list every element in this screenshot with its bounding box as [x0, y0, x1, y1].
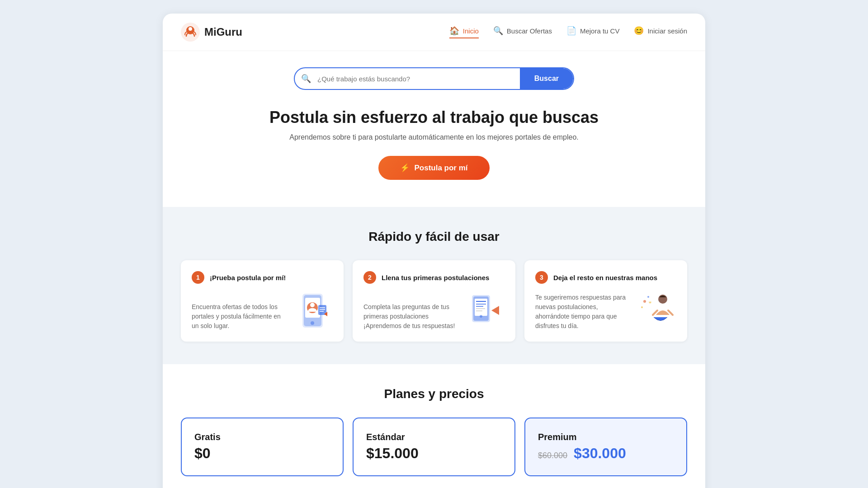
feature-desc-2: Completa las preguntas de tus primeras p…: [363, 302, 457, 331]
feature-title-2: Llena tus primeras postulaciones: [382, 274, 489, 282]
feature-desc-1: Encuentra ofertas de todos los portales …: [192, 302, 285, 331]
feature-card-2: 2 Llena tus primeras postulaciones Compl…: [353, 260, 515, 342]
plan-price-estandar: $15.000: [366, 445, 502, 462]
lightning-icon: ⚡: [400, 163, 410, 173]
logo-text: MiGuru: [204, 26, 242, 38]
pricing-card-estandar: Estándar $15.000: [353, 418, 515, 476]
feature-desc-3: Te sugeriremos respuestas para nuevas po…: [535, 293, 628, 331]
plan-price-new-premium: $30.000: [574, 445, 626, 462]
hero-section: Postula sin esfuerzo al trabajo que busc…: [163, 90, 705, 189]
svg-point-2: [189, 27, 192, 31]
feature-header-2: 2 Llena tus primeras postulaciones: [363, 271, 505, 284]
logo[interactable]: MiGuru: [181, 23, 242, 42]
main-nav: 🏠 Inicio 🔍 Buscar Ofertas 📄 Mejora tu CV…: [449, 26, 687, 38]
feature-img-1: [292, 290, 333, 331]
nav-label-login: Iniciar sesión: [647, 27, 687, 35]
plan-name-premium: Premium: [538, 432, 674, 442]
svg-point-27: [643, 300, 646, 303]
feature-img-3: [636, 290, 676, 331]
pricing-grid: Gratis $0 Estándar $15.000 Premium $60.0…: [181, 418, 687, 476]
plan-name-gratis: Gratis: [194, 432, 330, 442]
search-icon: 🔍: [295, 74, 317, 84]
plan-price-old-premium: $60.000: [538, 451, 567, 460]
svg-point-28: [647, 296, 649, 298]
feature-header-3: 3 Deja el resto en nuestras manos: [535, 271, 676, 284]
nav-item-cv[interactable]: 📄 Mejora tu CV: [566, 26, 620, 38]
search-section: 🔍 Buscar: [163, 51, 705, 90]
pricing-title: Planes y precios: [181, 387, 687, 401]
feature-header-1: 1 ¡Prueba postula por mí!: [192, 271, 333, 284]
feature-img-2: [464, 290, 505, 331]
home-icon: 🏠: [449, 26, 459, 36]
nav-label-inicio: Inicio: [463, 27, 479, 35]
nav-item-inicio[interactable]: 🏠 Inicio: [449, 26, 479, 38]
step-badge-3: 3: [535, 271, 548, 284]
feature-card-3: 3 Deja el resto en nuestras manos Te sug…: [524, 260, 687, 342]
cv-icon: 📄: [566, 26, 576, 36]
nav-item-login[interactable]: 😊 Iniciar sesión: [634, 26, 687, 38]
cta-label: Postula por mí: [414, 164, 467, 173]
search-button[interactable]: Buscar: [520, 68, 573, 89]
svg-marker-23: [491, 306, 499, 315]
plan-name-estandar: Estándar: [366, 432, 502, 442]
feature-body-3: Te sugeriremos respuestas para nuevas po…: [535, 290, 676, 331]
pricing-section: Planes y precios Gratis $0 Estándar $15.…: [163, 364, 705, 481]
nav-label-cv: Mejora tu CV: [580, 27, 620, 35]
step-badge-2: 2: [363, 271, 376, 284]
hero-subtitle: Aprendemos sobre ti para postularte auto…: [181, 133, 687, 141]
search-bar: 🔍 Buscar: [294, 67, 574, 90]
feature-body-1: Encuentra ofertas de todos los portales …: [192, 290, 333, 331]
search-offers-icon: 🔍: [493, 26, 503, 36]
main-card: MiGuru 🏠 Inicio 🔍 Buscar Ofertas 📄 Mejor…: [163, 14, 705, 488]
features-grid: 1 ¡Prueba postula por mí! Encuentra ofer…: [181, 260, 687, 342]
pricing-card-gratis: Gratis $0: [181, 418, 344, 476]
svg-point-29: [641, 306, 643, 308]
feature-title-3: Deja el resto en nuestras manos: [553, 274, 657, 282]
feature-body-2: Completa las preguntas de tus primeras p…: [363, 290, 505, 331]
feature-title-1: ¡Prueba postula por mí!: [210, 274, 286, 282]
step-badge-1: 1: [192, 271, 204, 284]
features-section: Rápido y fácil de usar 1 ¡Prueba postula…: [163, 207, 705, 364]
nav-label-buscar: Buscar Ofertas: [507, 27, 552, 35]
header: MiGuru 🏠 Inicio 🔍 Buscar Ofertas 📄 Mejor…: [163, 14, 705, 51]
hero-title: Postula sin esfuerzo al trabajo que busc…: [181, 108, 687, 127]
login-icon: 😊: [634, 26, 644, 36]
feature-card-1: 1 ¡Prueba postula por mí! Encuentra ofer…: [181, 260, 344, 342]
svg-point-8: [310, 303, 315, 307]
svg-point-6: [311, 321, 314, 325]
plan-price-gratis: $0: [194, 445, 330, 462]
cta-button[interactable]: ⚡ Postula por mí: [378, 156, 489, 180]
pricing-card-premium: Premium $60.000 $30.000: [524, 418, 687, 476]
logo-icon: [181, 23, 200, 42]
features-title: Rápido y fácil de usar: [181, 230, 687, 244]
nav-item-buscar[interactable]: 🔍 Buscar Ofertas: [493, 26, 552, 38]
search-input[interactable]: [317, 69, 520, 89]
svg-point-22: [480, 315, 482, 318]
